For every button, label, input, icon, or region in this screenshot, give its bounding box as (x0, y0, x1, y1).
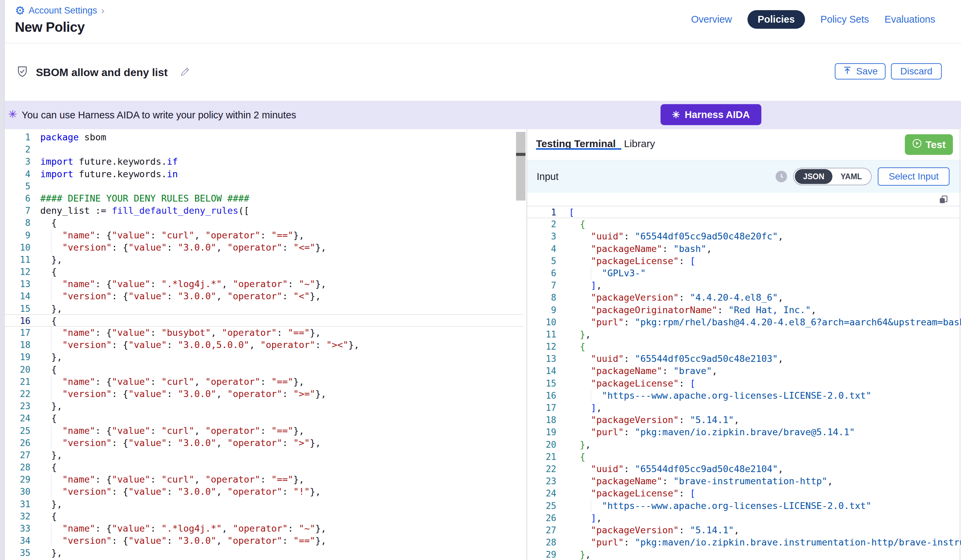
copy-icon[interactable] (938, 194, 949, 206)
policy-code-editor[interactable]: 1package sbom23import future.keywords.if… (5, 129, 523, 560)
line-number: 11 (527, 328, 556, 340)
line-number: 10 (5, 241, 31, 254)
code-line: 10 "version": {"value": "3.0.0", "operat… (5, 241, 523, 254)
editor-scrollbar[interactable] (516, 132, 525, 201)
toggle-yaml[interactable]: YAML (832, 169, 870, 184)
code-line: 19 }, (5, 351, 523, 363)
code-line: 22 "uuid": "65544df05cc9ad50c48e2104", (527, 463, 961, 475)
code-line: 19 "purl": "pkg:maven/io.zipkin.brave/br… (527, 426, 961, 438)
line-number: 17 (527, 402, 556, 414)
code-line: 17 ], (527, 402, 961, 414)
line-number: 18 (5, 339, 31, 351)
discard-button[interactable]: Discard (891, 63, 942, 79)
line-number: 29 (5, 473, 31, 486)
code-line: 23 }, (5, 400, 523, 412)
line-number: 3 (527, 230, 556, 242)
line-number: 29 (527, 549, 556, 560)
line-number: 20 (527, 439, 556, 451)
line-number: 13 (527, 353, 556, 365)
line-number: 32 (5, 510, 31, 523)
line-number: 6 (527, 267, 556, 279)
code-line: 33 "name": {"value": ".*log4j.*", "opera… (5, 523, 523, 534)
save-button[interactable]: Save (835, 63, 885, 79)
code-line: 14 "version": {"value": "3.0.0", "operat… (5, 290, 523, 302)
indent-guide (51, 425, 51, 437)
code-line: 17 "name": {"value": "busybot", "operato… (5, 327, 523, 339)
test-button[interactable]: Test (905, 134, 953, 155)
chevron-right-icon: › (101, 5, 104, 16)
play-icon (912, 138, 922, 151)
line-number: 26 (527, 512, 556, 524)
code-line: 29 }, (527, 549, 961, 560)
line-number: 4 (5, 168, 31, 180)
edit-pencil-icon[interactable] (179, 66, 191, 79)
tab-evaluations[interactable]: Evaluations (884, 14, 935, 25)
collapsed-side-strip (0, 0, 5, 560)
tab-overview[interactable]: Overview (691, 14, 732, 25)
code-line: 8 { (5, 217, 523, 229)
aida-banner-text: You can use Harness AIDA to write your p… (22, 109, 296, 121)
code-line: 20 }, (527, 439, 961, 451)
code-line: 1[ (527, 206, 961, 218)
indent-guide (591, 267, 591, 279)
code-line: 1package sbom (5, 131, 523, 143)
line-number: 4 (527, 243, 556, 255)
line-number: 17 (5, 327, 31, 339)
code-line: 27 }, (5, 449, 523, 461)
code-line: 6 "GPLv3-" (527, 267, 961, 279)
tab-library[interactable]: Library (624, 138, 655, 149)
code-line: 28 { (5, 461, 523, 473)
shield-check-icon (16, 64, 29, 80)
code-line: 5 (5, 180, 523, 193)
indent-guide (51, 241, 51, 254)
line-number: 27 (527, 524, 556, 536)
gear-icon: ⚙ (15, 5, 25, 16)
line-number: 12 (5, 266, 31, 278)
harness-aida-button[interactable]: ✳ Harness AIDA (660, 104, 761, 125)
test-label: Test (926, 139, 945, 151)
input-bar: Input JSON YAML Select Input (527, 160, 961, 193)
line-number: 28 (527, 536, 556, 549)
breadcrumb-account-settings-link[interactable]: Account Settings (29, 5, 97, 16)
top-nav: Overview Policies Policy Sets Evaluation… (691, 10, 935, 29)
code-line: 30 "version": {"value": "3.0.0", "operat… (5, 486, 523, 498)
tab-testing-terminal[interactable]: Testing Terminal (536, 138, 616, 149)
line-number: 12 (527, 340, 556, 353)
window-right-border (959, 129, 960, 560)
code-line: 4import future.keywords.in (5, 168, 523, 180)
code-line: 16 "https---www.apache.org-licenses-LICE… (527, 390, 961, 402)
discard-label: Discard (900, 66, 932, 77)
scrollbar-cursor-marker (516, 153, 525, 156)
line-number: 6 (5, 193, 31, 205)
indent-guide (51, 437, 51, 449)
indent-guide (51, 473, 51, 486)
code-line: 27 "packageVersion": "5.14.1", (527, 524, 961, 536)
code-line: 26 "version": {"value": "3.0.0", "operat… (5, 437, 523, 449)
history-icon[interactable] (776, 171, 787, 182)
code-line: 16 { (5, 314, 523, 327)
upload-icon (842, 66, 852, 77)
code-line: 3import future.keywords.if (5, 156, 523, 168)
indent-guide (51, 278, 51, 290)
line-number: 1 (5, 131, 31, 143)
format-toggle: JSON YAML (793, 168, 872, 185)
select-input-button[interactable]: Select Input (878, 167, 950, 186)
line-number: 14 (527, 365, 556, 377)
tab-policy-sets[interactable]: Policy Sets (821, 14, 869, 25)
line-number: 2 (527, 218, 556, 230)
tab-policies[interactable]: Policies (747, 10, 805, 29)
indent-guide (51, 229, 51, 241)
code-line: 13 "name": {"value": ".*log4j.*", "opera… (5, 278, 523, 290)
code-line: 9 "name": {"value": "curl", "operator": … (5, 229, 523, 241)
input-json-viewer[interactable]: 1[2 {3 "uuid": "65544df05cc9ad50c48e20fc… (527, 193, 961, 560)
indent-guide (51, 376, 51, 388)
code-line: 28 "purl": "pkg:maven/io.zipkin.brave.in… (527, 536, 961, 549)
line-number: 27 (5, 449, 31, 461)
line-number: 3 (5, 156, 31, 168)
code-line: 34 "version": {"value": "3.0.0", "operat… (5, 534, 523, 547)
toggle-json[interactable]: JSON (795, 169, 832, 184)
indent-guide (51, 388, 51, 400)
code-line: 29 "name": {"value": "curl", "operator":… (5, 473, 523, 486)
line-number: 13 (5, 278, 31, 290)
line-number: 10 (527, 316, 556, 328)
